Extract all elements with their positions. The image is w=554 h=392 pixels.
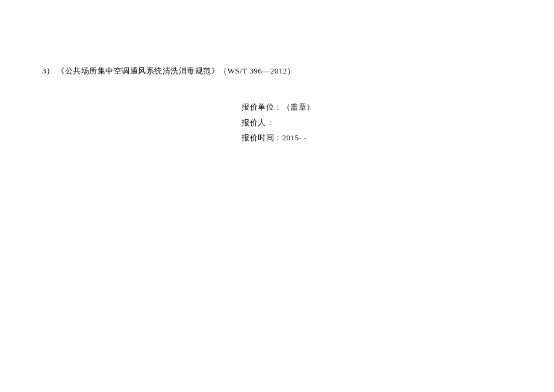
signature-date: 报价时间：2015- -	[241, 130, 315, 146]
signature-person: 报价人：	[241, 115, 315, 131]
signature-block: 报价单位：（盖章） 报价人： 报价时间：2015- -	[241, 99, 315, 146]
list-item-3: 3） 《公共场所集中空调通风系统清洗消毒规范》（WS/T 396—2012）	[42, 65, 512, 78]
document-content: 3） 《公共场所集中空调通风系统清洗消毒规范》（WS/T 396—2012）	[42, 65, 512, 78]
signature-unit: 报价单位：（盖章）	[241, 99, 315, 115]
